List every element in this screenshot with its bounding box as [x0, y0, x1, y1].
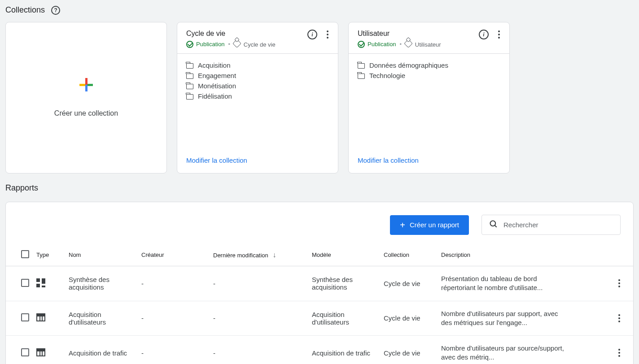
template-meta: Utilisateur: [405, 40, 441, 48]
cell-modele: Acquisition d'utilisateurs: [308, 301, 380, 336]
separator: •: [400, 41, 402, 48]
more-icon[interactable]: [495, 29, 503, 40]
publication-label: Publication: [196, 41, 225, 48]
col-description[interactable]: Description: [438, 244, 612, 266]
col-createur[interactable]: Créateur: [138, 244, 210, 266]
cell-modele: Synthèse des acquisitions: [308, 266, 380, 301]
publication-badge: Publication: [186, 41, 225, 48]
folder-label: Fidélisation: [198, 92, 232, 100]
cell-createur: -: [138, 301, 210, 336]
plus-icon: +: [400, 221, 405, 230]
collection-card-cycle-de-vie: Cycle de vie Publication • Cycle de vie …: [177, 22, 338, 173]
help-icon[interactable]: ?: [51, 6, 60, 15]
table-row: Acquisition de trafic--Acquisition de tr…: [6, 336, 633, 364]
cell-modele: Acquisition de trafic: [308, 336, 380, 364]
create-collection-label: Créer une collection: [54, 109, 118, 117]
search-input[interactable]: [503, 221, 613, 229]
cell-nom: Acquisition d'utilisateurs: [65, 301, 138, 336]
cell-description: Nombre d'utilisateurs par support, avec …: [438, 301, 612, 336]
check-icon: [186, 41, 193, 48]
folder-icon: [358, 74, 365, 79]
reports-heading: Rapports: [5, 183, 634, 193]
col-collection[interactable]: Collection: [380, 244, 438, 266]
folder-label: Acquisition: [198, 61, 231, 69]
col-type[interactable]: Type: [33, 244, 65, 266]
col-label: Dernière modification: [213, 252, 268, 259]
cell-description: Nombre d'utilisateurs par source/support…: [438, 336, 612, 364]
collections-heading: Collections: [5, 5, 45, 15]
table-row: Synthèse des acquisitions--Synthèse des …: [6, 266, 633, 301]
cell-collection: Cycle de vie: [380, 301, 438, 336]
check-icon: [358, 41, 365, 48]
folder-label: Technologie: [369, 72, 405, 79]
separator: •: [228, 41, 231, 48]
folder-icon: [186, 63, 193, 69]
template-label: Utilisateur: [415, 41, 441, 48]
folder-item[interactable]: Fidélisation: [186, 91, 329, 101]
publication-label: Publication: [368, 41, 396, 48]
svg-line-1: [495, 225, 497, 227]
template-label: Cycle de vie: [244, 41, 276, 48]
row-checkbox[interactable]: [21, 348, 29, 356]
search-box[interactable]: [481, 215, 621, 235]
detail-report-icon: [36, 348, 45, 356]
folder-icon: [358, 63, 365, 69]
edit-collection-link[interactable]: Modifier la collection: [186, 156, 247, 164]
folder-item[interactable]: Technologie: [358, 70, 500, 81]
collection-card-utilisateur: Utilisateur Publication • Utilisateur Do…: [348, 22, 510, 173]
row-checkbox[interactable]: [21, 313, 29, 321]
info-icon[interactable]: [307, 30, 317, 39]
cell-description: Présentation du tableau de bord répertor…: [438, 266, 612, 301]
template-meta: Cycle de vie: [234, 40, 275, 48]
cell-nom: Synthèse des acquisitions: [65, 266, 138, 301]
more-icon[interactable]: [324, 29, 332, 40]
cell-createur: -: [138, 336, 210, 364]
template-icon: [404, 39, 413, 48]
folder-label: Données démographiques: [369, 61, 448, 69]
cell-collection: Cycle de vie: [380, 266, 438, 301]
sort-desc-icon: ↓: [272, 251, 276, 259]
edit-collection-link[interactable]: Modifier la collection: [358, 156, 419, 164]
folder-icon: [186, 84, 193, 89]
create-report-button[interactable]: + Créer un rapport: [390, 215, 469, 235]
svg-point-0: [490, 221, 496, 226]
folder-icon: [186, 74, 193, 79]
template-icon: [232, 39, 241, 48]
info-icon[interactable]: [479, 30, 489, 39]
folder-label: Engagement: [198, 72, 236, 79]
col-last-modified[interactable]: Dernière modification ↓: [210, 244, 308, 266]
reports-panel: + Créer un rapport Type Nom Créateur Der…: [5, 202, 634, 364]
search-icon: [489, 220, 498, 230]
cell-collection: Cycle de vie: [380, 336, 438, 364]
row-more-icon[interactable]: [615, 347, 623, 359]
col-modele[interactable]: Modèle: [308, 244, 380, 266]
folder-icon: [186, 94, 193, 100]
table-row: Acquisition d'utilisateurs--Acquisition …: [6, 301, 633, 336]
row-more-icon[interactable]: [615, 312, 623, 324]
plus-icon: [79, 78, 93, 91]
reports-table: Type Nom Créateur Dernière modification …: [6, 244, 633, 364]
folder-label: Monétisation: [198, 82, 236, 90]
row-more-icon[interactable]: [615, 277, 623, 289]
create-collection-card[interactable]: Créer une collection: [5, 22, 167, 173]
detail-report-icon: [36, 313, 45, 321]
folder-item[interactable]: Acquisition: [186, 60, 329, 70]
publication-badge: Publication: [358, 41, 396, 48]
row-checkbox[interactable]: [21, 279, 29, 287]
dashboard-icon: [36, 278, 45, 287]
cell-nom: Acquisition de trafic: [65, 336, 138, 364]
folder-item[interactable]: Engagement: [186, 70, 329, 81]
create-report-label: Créer un rapport: [410, 221, 459, 229]
folder-item[interactable]: Données démographiques: [358, 60, 500, 70]
cell-modif: -: [210, 266, 308, 301]
cell-modif: -: [210, 301, 308, 336]
col-nom[interactable]: Nom: [65, 244, 138, 266]
select-all-checkbox[interactable]: [21, 250, 29, 258]
cell-createur: -: [138, 266, 210, 301]
folder-item[interactable]: Monétisation: [186, 81, 329, 91]
cell-modif: -: [210, 336, 308, 364]
